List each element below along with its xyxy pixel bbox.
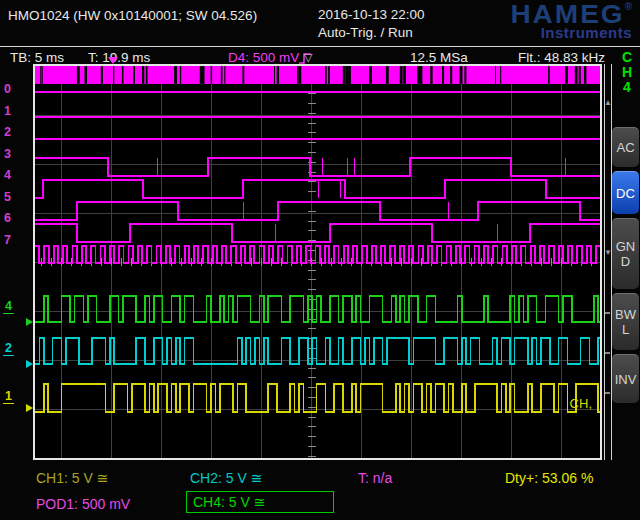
trigger-source-readout: D4: 500 mV: [228, 50, 299, 65]
sidebar-button-gnd[interactable]: GND: [612, 218, 639, 289]
position-tick-2: [605, 392, 610, 394]
ch1-scale-readout: CH1: 5 V ≅: [36, 470, 108, 486]
clipped-channel-label: CH,: [570, 396, 592, 411]
waveform-display: CH,: [33, 64, 602, 460]
topbar-separator: [0, 46, 640, 47]
ground-marker-icon-CH4: [26, 318, 33, 326]
analog-channel-label-CH1: 1: [3, 390, 14, 404]
trigger-time-readout: T: n/a: [358, 470, 392, 486]
position-tick-1: [605, 352, 610, 354]
pod1-scale-readout: POD1: 500 mV: [36, 496, 130, 512]
digital-channel-label-D3: 3: [4, 147, 28, 161]
scroll-track-left-line: [604, 64, 605, 460]
digital-channel-label-D2: 2: [4, 125, 28, 139]
sample-rate-readout: 12.5 MSa: [410, 50, 468, 65]
trigger-time-marker-top[interactable]: [108, 57, 118, 64]
hameg-logo: HAMEG® Instruments: [510, 1, 632, 41]
ch4-scale-readout: CH4: 5 V ≅: [193, 494, 265, 510]
registered-mark: ®: [625, 1, 632, 12]
digital-channel-label-D5: 5: [4, 190, 28, 204]
sidebar-channel-title: CH4: [620, 50, 634, 95]
position-tick-0: [605, 312, 610, 314]
device-id: HMO1024 (HW 0x10140001; SW 04.526): [8, 8, 257, 23]
trigger-status: Auto-Trig. / Run: [318, 24, 425, 42]
scroll-down-icon[interactable]: ▼: [604, 248, 612, 257]
trigger-center-marker: ▽: [304, 51, 312, 64]
ch4-selected-box[interactable]: CH4: 5 V ≅: [186, 491, 334, 513]
digital-channel-label-D6: 6: [4, 211, 28, 225]
analog-channel-label-CH2: 2: [3, 342, 14, 356]
digital-channel-label-D1: 1: [4, 104, 28, 118]
waveform-plot: [35, 66, 600, 458]
ground-marker-icon-CH2: [26, 360, 33, 368]
sidebar-button-dc[interactable]: DC: [612, 171, 639, 214]
datetime: 2016-10-13 22:00: [318, 6, 425, 24]
digital-channel-label-D7: 7: [4, 233, 28, 247]
time-readout: T: 19.9 ms: [88, 50, 150, 65]
sidebar-button-inv[interactable]: INV: [612, 354, 639, 403]
filter-readout: Flt.: 48.83 kHz: [518, 50, 605, 65]
analog-channel-label-CH4: 4: [3, 300, 14, 314]
ground-marker-icon-CH1: [26, 404, 33, 412]
scroll-up-icon[interactable]: ▲: [604, 98, 612, 107]
oscilloscope-screen: HMO1024 (HW 0x10140001; SW 04.526) 2016-…: [0, 0, 640, 520]
sidebar-button-ac[interactable]: AC: [612, 127, 639, 167]
ch2-scale-readout: CH2: 5 V ≅: [190, 470, 262, 486]
duty-cycle-readout: Dty+: 53.06 %: [505, 470, 593, 486]
brand-name: HAMEG: [510, 2, 624, 27]
acquisition-status: 2016-10-13 22:00 Auto-Trig. / Run: [318, 6, 425, 42]
digital-channel-label-D0: 0: [4, 82, 28, 96]
digital-channel-label-D4: 4: [4, 168, 28, 182]
timebase-readout: TB: 5 ms: [10, 50, 64, 65]
sidebar-button-bwl[interactable]: BWL: [612, 293, 639, 350]
